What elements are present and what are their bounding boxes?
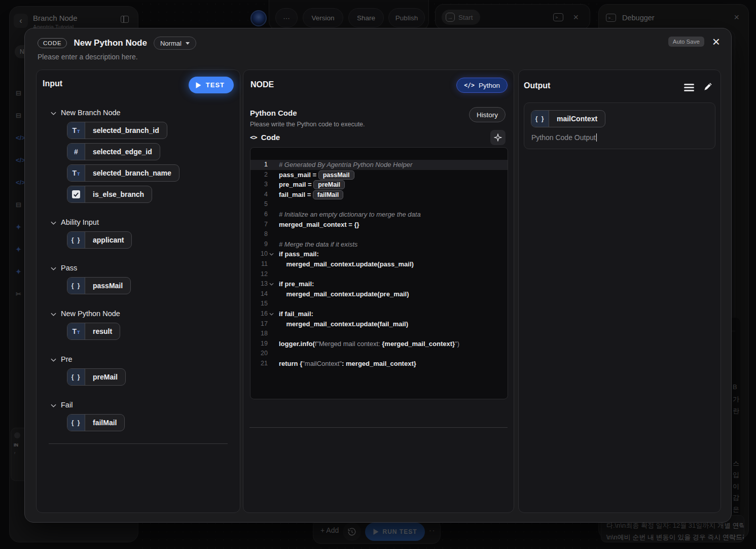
python-language-badge[interactable]: </> Python xyxy=(456,78,508,93)
app-window: ‹ Branch Node Agentria Tutorial No ⊟ ⊟ <… xyxy=(0,0,756,549)
code-line[interactable]: 19logger.info(f"Merged mail context: {me… xyxy=(250,339,508,349)
code-line[interactable]: 9# Merge the data if it exists xyxy=(250,239,508,250)
fold-icon xyxy=(268,359,275,362)
fold-icon xyxy=(268,339,275,342)
variable-chip[interactable]: { }passMail xyxy=(67,277,131,294)
input-section: Fail{ }failMail xyxy=(43,400,234,431)
variable-chip[interactable]: TTresult xyxy=(67,323,120,340)
line-number: 17 xyxy=(250,319,275,329)
section-label: Pass xyxy=(61,264,77,272)
section-label: New Python Node xyxy=(61,310,120,318)
object-icon: { } xyxy=(67,415,85,431)
input-section: New Branch NodeTTselected_branch_id#sele… xyxy=(43,108,234,203)
number-icon: # xyxy=(67,144,85,160)
output-placeholder[interactable]: Python Code Output xyxy=(531,133,597,142)
edit-button[interactable] xyxy=(702,81,713,92)
section-header[interactable]: New Branch Node xyxy=(51,108,234,118)
code-line[interactable]: 1# Generated By Agentria Python Node Hel… xyxy=(250,160,508,170)
variable-chip[interactable]: { }preMail xyxy=(67,368,126,386)
inline-variable-chip[interactable]: preMail xyxy=(313,180,345,189)
line-number: 15 xyxy=(250,299,275,309)
line-number: 10 xyxy=(250,249,275,259)
code-line[interactable]: 12 xyxy=(250,269,508,280)
section-label: Pre xyxy=(61,355,73,363)
code-line[interactable]: 18 xyxy=(250,329,508,339)
section-header[interactable]: New Python Node xyxy=(51,308,234,319)
object-icon: { } xyxy=(67,278,85,294)
code-line[interactable]: 8 xyxy=(250,229,508,239)
divider xyxy=(49,443,228,444)
variable-chip[interactable]: { }failMail xyxy=(67,414,125,431)
input-section: Pass{ }passMail xyxy=(43,263,234,294)
section-header[interactable]: Pass xyxy=(51,263,234,273)
code-line[interactable]: 2pass_mail = passMail xyxy=(250,170,508,180)
fold-icon xyxy=(268,170,275,174)
line-number: 8 xyxy=(250,229,275,239)
inline-variable-chip[interactable]: passMail xyxy=(318,170,354,180)
variable-label: failMail xyxy=(85,415,124,431)
dialog-description: Please enter a description here. xyxy=(38,53,138,61)
code-line[interactable]: 17 merged_mail_context.update(fail_mail) xyxy=(250,319,508,329)
code-line[interactable]: 11 merged_mail_context.update(pass_mail) xyxy=(250,259,508,269)
fold-icon[interactable] xyxy=(268,309,275,316)
inline-variable-chip[interactable]: failMail xyxy=(313,190,343,199)
code-tab[interactable]: <> Code xyxy=(250,133,280,142)
code-line[interactable]: 3pre_mail = preMail xyxy=(250,180,508,190)
output-variable-chip[interactable]: { } mailContext xyxy=(531,110,605,127)
node-panel: NODE </> Python Python Code Please write… xyxy=(243,70,514,513)
code-line[interactable]: 21return {"mailContext": merged_mail_con… xyxy=(250,359,508,369)
text-cursor xyxy=(596,133,597,142)
variable-chip[interactable]: is_else_branch xyxy=(67,186,152,203)
fold-icon xyxy=(268,199,275,203)
code-line[interactable]: 15 xyxy=(250,299,508,309)
fold-icon xyxy=(268,349,275,352)
line-number: 6 xyxy=(250,210,275,220)
section-header[interactable]: Fail xyxy=(51,400,234,410)
line-number: 3 xyxy=(250,180,275,190)
sparkle-icon xyxy=(494,133,502,142)
node-panel-title: NODE xyxy=(250,80,274,89)
variable-chip[interactable]: TTselected_branch_id xyxy=(67,122,167,139)
output-card[interactable]: { } mailContext Python Code Output xyxy=(524,102,715,149)
section-label: New Branch Node xyxy=(61,109,121,117)
language-label: Python xyxy=(479,82,500,89)
variable-label: selected_edge_id xyxy=(85,144,160,160)
code-editor[interactable]: 1# Generated By Agentria Python Node Hel… xyxy=(250,147,508,399)
history-button[interactable]: History xyxy=(469,107,506,122)
line-number: 18 xyxy=(250,329,275,339)
code-line[interactable]: 14 merged_mail_context.update(pre_mail) xyxy=(250,289,508,299)
autosave-badge: Auto Save xyxy=(668,37,704,47)
variable-chip[interactable]: TTselected_branch_name xyxy=(67,164,179,182)
code-line[interactable]: 16if fail_mail: xyxy=(250,309,508,319)
variable-chip[interactable]: { }applicant xyxy=(67,231,132,249)
dialog-close-icon[interactable]: × xyxy=(712,37,720,47)
line-number: 19 xyxy=(250,339,275,349)
menu-icon[interactable] xyxy=(684,84,694,91)
code-line[interactable]: 13if pre_mail: xyxy=(250,279,508,289)
fold-icon[interactable] xyxy=(268,249,275,256)
test-button[interactable]: TEST xyxy=(189,77,234,93)
object-icon: { } xyxy=(67,369,85,385)
code-line[interactable]: 10if pass_mail: xyxy=(250,249,508,259)
code-line[interactable]: 6# Initialize an empty dictionary to mer… xyxy=(250,210,508,220)
object-icon: { } xyxy=(67,232,85,248)
pencil-icon xyxy=(703,82,713,91)
fold-icon xyxy=(268,269,275,273)
fold-icon[interactable] xyxy=(268,279,275,286)
mode-dropdown[interactable]: Normal xyxy=(154,37,196,50)
test-label: TEST xyxy=(206,81,225,89)
variable-chip[interactable]: #selected_edge_id xyxy=(67,143,160,160)
fold-icon xyxy=(268,160,275,163)
code-line[interactable]: 4fail_mail = failMail xyxy=(250,190,508,200)
section-header[interactable]: Ability Input xyxy=(51,217,234,227)
fold-icon xyxy=(268,180,275,183)
section-label: Ability Input xyxy=(61,218,99,226)
python-code-label: Python Code xyxy=(250,109,297,117)
dialog-header: CODE New Python Node Normal xyxy=(38,37,196,50)
section-header[interactable]: Pre xyxy=(51,354,234,364)
code-line[interactable]: 7merged_mail_context = {} xyxy=(250,220,508,230)
code-line[interactable]: 20 xyxy=(250,349,508,359)
chevron-down-icon xyxy=(51,309,56,318)
ai-assist-button[interactable] xyxy=(490,130,506,145)
code-line[interactable]: 5 xyxy=(250,199,508,210)
